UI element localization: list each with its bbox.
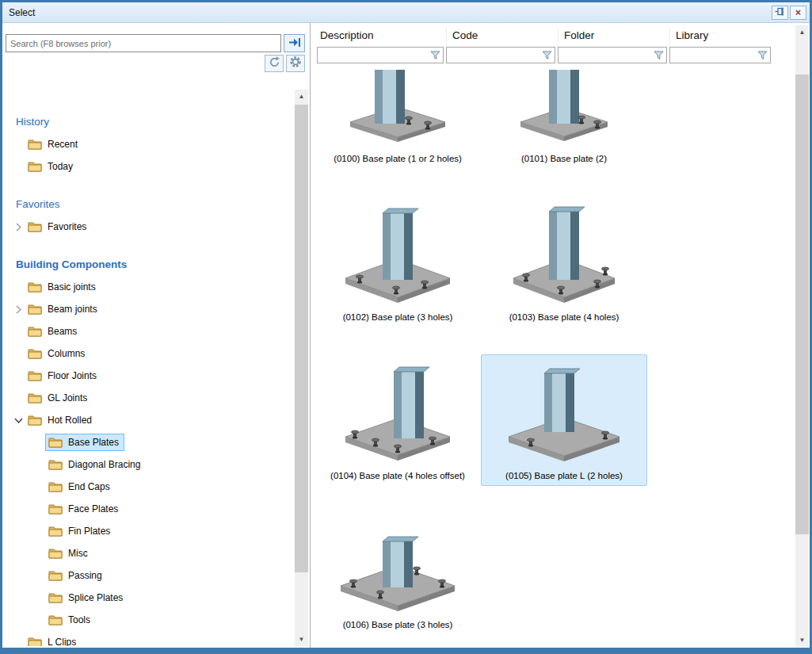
- tree-item-inner[interactable]: Fin Plates: [45, 522, 116, 540]
- tree-item-end-caps[interactable]: End Caps: [6, 476, 291, 498]
- component-item-0103-base-plate-4-holes[interactable]: (0103) Base plate (4 holes): [481, 196, 647, 327]
- tree-item-beam-joints[interactable]: Beam joints: [6, 298, 291, 320]
- tree-item-hot-rolled[interactable]: Hot Rolled: [6, 409, 291, 431]
- filter-input-folder[interactable]: [558, 48, 654, 63]
- tree-item-inner[interactable]: Base Plates: [45, 434, 124, 451]
- tree-item-inner[interactable]: Recent: [25, 136, 83, 153]
- close-button[interactable]: ×: [790, 6, 806, 20]
- tree-item-label: End Caps: [68, 481, 110, 492]
- filter-funnel-icon[interactable]: [757, 51, 768, 60]
- filter-input-code[interactable]: [447, 48, 542, 63]
- tree-item-inner[interactable]: GL Joints: [25, 389, 93, 407]
- column-header-label[interactable]: Description: [317, 27, 446, 47]
- catalog-panel: HistoryRecentTodayFavoritesFavoritesBuil…: [2, 23, 311, 648]
- refresh-button[interactable]: [265, 55, 284, 72]
- chevron-right-icon[interactable]: [12, 223, 25, 231]
- tree-item-inner[interactable]: Today: [25, 158, 78, 175]
- tree-item-misc[interactable]: Misc: [6, 542, 291, 564]
- tree-item-columns[interactable]: Columns: [6, 342, 291, 365]
- scrollbar-thumb[interactable]: [295, 105, 308, 572]
- tree-item-inner[interactable]: Favorites: [25, 218, 92, 235]
- titlebar[interactable]: Select ×: [2, 2, 810, 23]
- component-item-0102-base-plate-3-holes[interactable]: (0102) Base plate (3 holes): [315, 196, 481, 327]
- component-caption: (0101) Base plate (2): [521, 154, 607, 163]
- scroll-up-icon[interactable]: ▲: [295, 90, 308, 103]
- component-thumbnail: [318, 201, 477, 305]
- tree-item-passing[interactable]: Passing: [6, 564, 291, 587]
- tree-item-fin-plates[interactable]: Fin Plates: [6, 520, 291, 542]
- folder-icon: [28, 304, 42, 315]
- tree-item-label: L Clips: [48, 637, 76, 646]
- main-content: HistoryRecentTodayFavoritesFavoritesBuil…: [2, 23, 810, 648]
- tree-section-header-favorites: Favorites: [16, 198, 291, 210]
- tree-item-inner[interactable]: L Clips: [25, 633, 82, 646]
- filter-funnel-icon[interactable]: [654, 51, 664, 60]
- settings-button[interactable]: [286, 55, 305, 72]
- filter-input-description[interactable]: [318, 48, 430, 63]
- component-item-0105-base-plate-l-2-holes[interactable]: (0105) Base plate L (2 holes): [481, 354, 647, 486]
- search-row: [6, 34, 305, 52]
- component-caption: (0103) Base plate (4 holes): [509, 312, 619, 322]
- tree-item-favorites[interactable]: Favorites: [6, 216, 291, 238]
- tree-item-floor-joints[interactable]: Floor Joints: [6, 365, 291, 387]
- tree-item-tools[interactable]: Tools: [6, 609, 291, 631]
- filter-funnel-icon[interactable]: [542, 51, 552, 60]
- tree-item-base-plates[interactable]: Base Plates: [6, 431, 291, 453]
- tree-item-gl-joints[interactable]: GL Joints: [6, 387, 291, 409]
- filter-box-folder: [558, 47, 667, 63]
- filter-input-library[interactable]: [670, 48, 757, 63]
- catalog-tree: HistoryRecentTodayFavoritesFavoritesBuil…: [6, 90, 291, 646]
- tree-item-inner[interactable]: Beams: [25, 323, 82, 340]
- tree-item-basic-joints[interactable]: Basic joints: [6, 276, 291, 298]
- tree-item-recent[interactable]: Recent: [6, 133, 291, 155]
- tree-item-diagonal-bracing[interactable]: Diagonal Bracing: [6, 453, 291, 476]
- folder-icon: [28, 415, 42, 426]
- scrollbar-track[interactable]: [295, 103, 308, 633]
- component-item-0101-base-plate-2[interactable]: (0101) Base plate (2): [481, 65, 647, 169]
- component-item-0104-base-plate-4-holes-offset[interactable]: (0104) Base plate (4 holes offset): [315, 354, 481, 486]
- filter-funnel-icon[interactable]: [430, 51, 440, 60]
- tree-item-inner[interactable]: Columns: [25, 345, 90, 362]
- tree-item-inner[interactable]: Basic joints: [25, 278, 101, 296]
- folder-icon: [28, 161, 42, 172]
- scrollbar-thumb[interactable]: [795, 75, 809, 534]
- tree-item-beams[interactable]: Beams: [6, 320, 291, 342]
- tree-item-inner[interactable]: Misc: [45, 545, 93, 562]
- chevron-down-icon[interactable]: [12, 418, 25, 423]
- tree-item-inner[interactable]: End Caps: [45, 478, 116, 495]
- component-caption: (0102) Base plate (3 holes): [343, 312, 453, 322]
- tree-item-inner[interactable]: Face Plates: [45, 500, 124, 518]
- tree-item-inner[interactable]: Diagonal Bracing: [45, 456, 146, 473]
- folder-icon: [48, 548, 63, 559]
- tree-item-face-plates[interactable]: Face Plates: [6, 498, 291, 520]
- pin-button[interactable]: [772, 6, 788, 20]
- grid-scrollbar[interactable]: ▲ ▼: [795, 25, 809, 647]
- column-header-label[interactable]: Library: [669, 27, 773, 47]
- chevron-right-icon[interactable]: [12, 305, 25, 314]
- scroll-up-icon[interactable]: ▲: [795, 25, 809, 39]
- tree-section-header-building-components: Building Components: [16, 258, 291, 270]
- tree-scrollbar[interactable]: ▲ ▼: [295, 90, 308, 646]
- tree-item-splice-plates[interactable]: Splice Plates: [6, 587, 291, 609]
- component-item-0100-base-plate-1-or-2-holes[interactable]: (0100) Base plate (1 or 2 holes): [315, 65, 481, 169]
- search-input[interactable]: [6, 34, 281, 52]
- tree-item-label: Splice Plates: [68, 592, 123, 603]
- component-item-0106-base-plate-3-holes[interactable]: (0106) Base plate (3 holes): [315, 513, 481, 635]
- tree-item-inner[interactable]: Hot Rolled: [25, 411, 97, 429]
- column-header-label[interactable]: Code: [446, 27, 558, 47]
- tree-item-inner[interactable]: Passing: [45, 567, 108, 584]
- component-caption: (0105) Base plate L (2 holes): [505, 471, 623, 480]
- column-header-label[interactable]: Folder: [558, 27, 669, 47]
- search-go-button[interactable]: [284, 34, 305, 52]
- tree-item-today[interactable]: Today: [6, 155, 291, 178]
- scroll-down-icon[interactable]: ▼: [795, 633, 809, 647]
- folder-icon: [48, 526, 63, 537]
- scroll-down-icon[interactable]: ▼: [295, 633, 308, 646]
- scrollbar-track[interactable]: [795, 39, 809, 633]
- tree-item-l-clips[interactable]: L Clips: [6, 631, 291, 646]
- tree-item-inner[interactable]: Beam joints: [25, 300, 103, 318]
- tree-item-inner[interactable]: Floor Joints: [25, 367, 102, 384]
- tree-item-inner[interactable]: Splice Plates: [45, 589, 128, 606]
- column-header-description: Description: [317, 27, 446, 63]
- tree-item-inner[interactable]: Tools: [45, 611, 96, 629]
